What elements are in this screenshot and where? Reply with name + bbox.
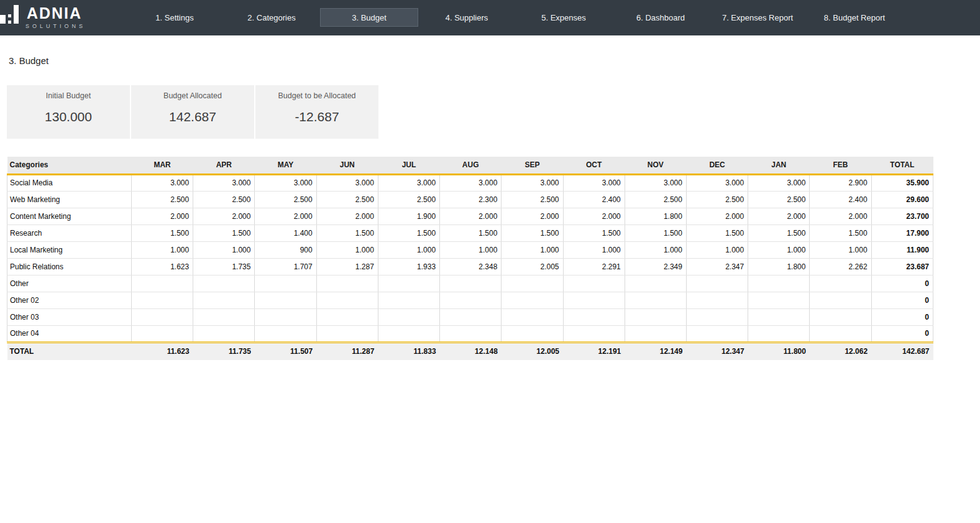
- value-cell[interactable]: [563, 275, 625, 292]
- value-cell[interactable]: 1.500: [440, 224, 501, 241]
- value-cell[interactable]: [563, 292, 625, 308]
- value-cell[interactable]: 2.348: [440, 258, 501, 275]
- category-cell[interactable]: Social Media: [7, 174, 132, 191]
- value-cell[interactable]: 3.000: [501, 174, 563, 191]
- value-cell[interactable]: [316, 275, 378, 292]
- value-cell[interactable]: [255, 275, 316, 292]
- value-cell[interactable]: 2.500: [625, 191, 686, 208]
- value-cell[interactable]: 3.000: [316, 174, 378, 191]
- value-cell[interactable]: [132, 292, 193, 308]
- value-cell[interactable]: 2.262: [810, 258, 871, 275]
- value-cell[interactable]: 1.500: [748, 224, 810, 241]
- category-cell[interactable]: Web Marketing: [7, 191, 132, 208]
- value-cell[interactable]: 1.900: [378, 208, 439, 224]
- category-cell[interactable]: Research: [7, 224, 132, 241]
- nav-tab-4-suppliers[interactable]: 4. Suppliers: [418, 8, 515, 27]
- value-cell[interactable]: 1.500: [132, 224, 193, 241]
- value-cell[interactable]: [810, 308, 871, 325]
- value-cell[interactable]: [193, 292, 255, 308]
- value-cell[interactable]: [686, 325, 748, 342]
- value-cell[interactable]: [132, 275, 193, 292]
- value-cell[interactable]: [255, 308, 316, 325]
- value-cell[interactable]: [686, 292, 748, 308]
- value-cell[interactable]: 1.500: [810, 224, 871, 241]
- value-cell[interactable]: [316, 325, 378, 342]
- value-cell[interactable]: 3.000: [378, 174, 439, 191]
- value-cell[interactable]: 1.000: [748, 241, 810, 258]
- nav-tab-5-expenses[interactable]: 5. Expenses: [515, 8, 612, 27]
- value-cell[interactable]: [810, 275, 871, 292]
- value-cell[interactable]: [810, 325, 871, 342]
- value-cell[interactable]: 2.000: [440, 208, 501, 224]
- value-cell[interactable]: 1.000: [810, 241, 871, 258]
- value-cell[interactable]: 2.000: [563, 208, 625, 224]
- value-cell[interactable]: [501, 275, 563, 292]
- value-cell[interactable]: 2.000: [686, 208, 748, 224]
- value-cell[interactable]: [501, 325, 563, 342]
- value-cell[interactable]: 3.000: [563, 174, 625, 191]
- value-cell[interactable]: 1.500: [193, 224, 255, 241]
- value-cell[interactable]: [563, 308, 625, 325]
- value-cell[interactable]: 1.000: [193, 241, 255, 258]
- value-cell[interactable]: 1.000: [625, 241, 686, 258]
- value-cell[interactable]: [132, 325, 193, 342]
- value-cell[interactable]: 2.005: [501, 258, 563, 275]
- value-cell[interactable]: 1.000: [132, 241, 193, 258]
- value-cell[interactable]: 2.349: [625, 258, 686, 275]
- value-cell[interactable]: [686, 275, 748, 292]
- value-cell[interactable]: 1.000: [563, 241, 625, 258]
- value-cell[interactable]: 2.500: [378, 191, 439, 208]
- value-cell[interactable]: [440, 292, 501, 308]
- value-cell[interactable]: [255, 325, 316, 342]
- value-cell[interactable]: 2.000: [810, 208, 871, 224]
- value-cell[interactable]: 1.000: [378, 241, 439, 258]
- value-cell[interactable]: 1.500: [625, 224, 686, 241]
- value-cell[interactable]: [378, 275, 439, 292]
- category-cell[interactable]: Other 02: [7, 292, 132, 308]
- value-cell[interactable]: [748, 325, 810, 342]
- value-cell[interactable]: 2.000: [132, 208, 193, 224]
- value-cell[interactable]: 1.500: [686, 224, 748, 241]
- value-cell[interactable]: 1.800: [625, 208, 686, 224]
- value-cell[interactable]: [625, 308, 686, 325]
- nav-tab-2-categories[interactable]: 2. Categories: [223, 8, 320, 27]
- value-cell[interactable]: 1.500: [563, 224, 625, 241]
- value-cell[interactable]: [563, 325, 625, 342]
- value-cell[interactable]: [378, 292, 439, 308]
- value-cell[interactable]: 2.900: [810, 174, 871, 191]
- value-cell[interactable]: [810, 292, 871, 308]
- value-cell[interactable]: [625, 325, 686, 342]
- value-cell[interactable]: 1.000: [440, 241, 501, 258]
- value-cell[interactable]: [132, 308, 193, 325]
- value-cell[interactable]: [748, 275, 810, 292]
- value-cell[interactable]: 1.500: [501, 224, 563, 241]
- value-cell[interactable]: 2.000: [255, 208, 316, 224]
- category-cell[interactable]: Public Relations: [7, 258, 132, 275]
- value-cell[interactable]: 1.000: [316, 241, 378, 258]
- value-cell[interactable]: [440, 308, 501, 325]
- value-cell[interactable]: 3.000: [748, 174, 810, 191]
- value-cell[interactable]: 3.000: [686, 174, 748, 191]
- value-cell[interactable]: 3.000: [255, 174, 316, 191]
- value-cell[interactable]: [378, 325, 439, 342]
- value-cell[interactable]: [748, 308, 810, 325]
- value-cell[interactable]: [378, 308, 439, 325]
- category-cell[interactable]: Content Marketing: [7, 208, 132, 224]
- value-cell[interactable]: 2.500: [255, 191, 316, 208]
- value-cell[interactable]: 2.000: [193, 208, 255, 224]
- nav-tab-8-budget-report[interactable]: 8. Budget Report: [806, 8, 903, 27]
- value-cell[interactable]: 2.000: [316, 208, 378, 224]
- value-cell[interactable]: 2.000: [748, 208, 810, 224]
- value-cell[interactable]: [625, 275, 686, 292]
- value-cell[interactable]: 2.400: [563, 191, 625, 208]
- category-cell[interactable]: Other 04: [7, 325, 132, 342]
- category-cell[interactable]: Other: [7, 275, 132, 292]
- value-cell[interactable]: 2.500: [686, 191, 748, 208]
- value-cell[interactable]: 2.500: [193, 191, 255, 208]
- category-cell[interactable]: Other 03: [7, 308, 132, 325]
- value-cell[interactable]: 3.000: [132, 174, 193, 191]
- value-cell[interactable]: 900: [255, 241, 316, 258]
- value-cell[interactable]: 1.933: [378, 258, 439, 275]
- value-cell[interactable]: 1.707: [255, 258, 316, 275]
- value-cell[interactable]: [501, 308, 563, 325]
